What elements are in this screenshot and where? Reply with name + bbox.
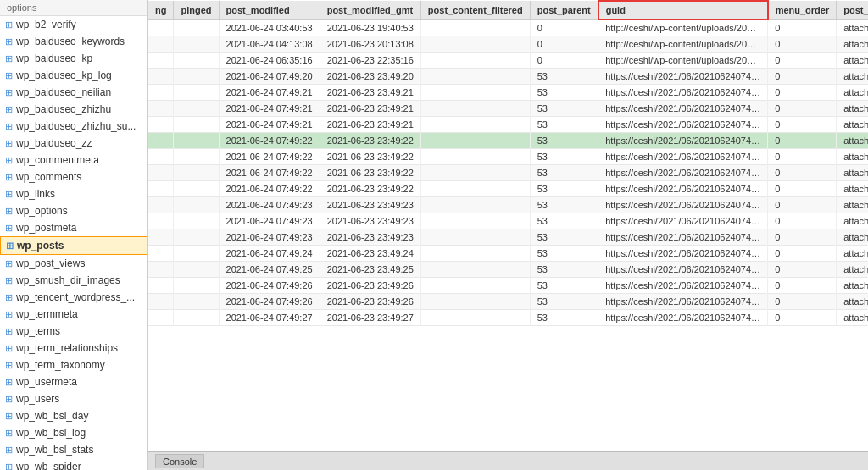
sidebar-item-21[interactable]: ⊞wp_usermeta bbox=[0, 373, 147, 390]
cell-guid: http://ceshi/wp-content/uploads/2021/06/… bbox=[598, 19, 768, 36]
sidebar-item-5[interactable]: ⊞wp_baiduseo_zhizhu bbox=[0, 101, 147, 118]
col-header-post_type[interactable]: post_type bbox=[837, 1, 868, 19]
cell-post_content_filtered bbox=[420, 133, 530, 149]
cell-ng bbox=[148, 149, 174, 165]
col-header-ng[interactable]: ng bbox=[148, 1, 174, 19]
cell-ng bbox=[148, 133, 174, 149]
sidebar-item-15[interactable]: ⊞wp_smush_dir_images bbox=[0, 272, 147, 289]
sidebar-item-label: wp_term_relationships bbox=[16, 342, 118, 354]
table-container[interactable]: ngpingedpost_modifiedpost_modified_gmtpo… bbox=[148, 0, 868, 451]
col-header-menu_order[interactable]: menu_order bbox=[768, 1, 837, 19]
sidebar-item-14[interactable]: ⊞wp_post_views bbox=[0, 255, 147, 272]
col-header-post_modified_gmt[interactable]: post_modified_gmt bbox=[320, 1, 420, 19]
col-header-pinged[interactable]: pinged bbox=[174, 1, 219, 19]
table-row[interactable]: 2021-06-24 07:49:202021-06-23 23:49:2053… bbox=[148, 69, 868, 85]
sidebar-item-24[interactable]: ⊞wp_wb_bsl_log bbox=[0, 424, 147, 441]
sidebar-item-7[interactable]: ⊞wp_baiduseo_zz bbox=[0, 135, 147, 152]
sidebar-item-4[interactable]: ⊞wp_baiduseo_neilian bbox=[0, 84, 147, 101]
cell-post_type: attachment bbox=[837, 213, 868, 229]
cell-post_type: attachment bbox=[837, 101, 868, 117]
cell-guid: https://ceshi/2021/06/20210624074922431.… bbox=[598, 197, 768, 213]
cell-guid: https://ceshi/2021/06/20210624074922399.… bbox=[598, 165, 768, 181]
cell-post_modified_gmt: 2021-06-23 19:40:53 bbox=[320, 19, 420, 36]
cell-post_parent: 53 bbox=[530, 101, 598, 117]
sidebar-item-12[interactable]: ⊞wp_postmeta bbox=[0, 219, 147, 236]
table-icon: ⊞ bbox=[5, 19, 13, 30]
table-row[interactable]: 2021-06-24 07:49:242021-06-23 23:49:2453… bbox=[148, 246, 868, 262]
table-row[interactable]: 2021-06-24 07:49:212021-06-23 23:49:2153… bbox=[148, 117, 868, 133]
sidebar-item-label: wp_baiduseo_kp bbox=[16, 53, 92, 64]
cell-post_content_filtered bbox=[420, 181, 530, 197]
table-row[interactable]: 2021-06-24 07:49:212021-06-23 23:49:2153… bbox=[148, 101, 868, 117]
table-row[interactable]: 2021-06-24 07:49:272021-06-23 23:49:2753… bbox=[148, 310, 868, 326]
cell-pinged bbox=[174, 117, 219, 133]
col-header-post_modified[interactable]: post_modified bbox=[219, 1, 320, 19]
sidebar-item-label: wp_users bbox=[16, 393, 59, 405]
cell-menu_order: 0 bbox=[768, 85, 837, 101]
table-row[interactable]: 2021-06-24 07:49:262021-06-23 23:49:2653… bbox=[148, 294, 868, 310]
console-tab[interactable]: Console bbox=[155, 454, 204, 468]
sidebar-item-26[interactable]: ⊞wp_wb_spider bbox=[0, 458, 147, 470]
cell-pinged bbox=[174, 149, 219, 165]
table-row[interactable]: 2021-06-24 07:49:222021-06-23 23:49:2253… bbox=[148, 181, 868, 197]
table-row[interactable]: 2021-06-24 07:49:262021-06-23 23:49:2653… bbox=[148, 278, 868, 294]
table-row[interactable]: 2021-06-24 07:49:212021-06-23 23:49:2153… bbox=[148, 85, 868, 101]
cell-menu_order: 0 bbox=[768, 117, 837, 133]
sidebar-item-6[interactable]: ⊞wp_baiduseo_zhizhu_su... bbox=[0, 118, 147, 135]
cell-post_modified: 2021-06-24 07:49:22 bbox=[219, 133, 320, 149]
sidebar-item-1[interactable]: ⊞wp_baiduseo_keywords bbox=[0, 33, 147, 50]
sidebar-item-2[interactable]: ⊞wp_baiduseo_kp bbox=[0, 50, 147, 67]
cell-post_parent: 53 bbox=[530, 229, 598, 246]
sidebar-item-0[interactable]: ⊞wp_b2_verify bbox=[0, 16, 147, 33]
cell-post_modified_gmt: 2021-06-23 23:49:23 bbox=[320, 213, 420, 229]
table-row[interactable]: 2021-06-24 07:49:252021-06-23 23:49:2553… bbox=[148, 262, 868, 278]
sidebar-item-20[interactable]: ⊞wp_term_taxonomy bbox=[0, 357, 147, 373]
cell-post_content_filtered bbox=[420, 294, 530, 310]
cell-ng bbox=[148, 213, 174, 229]
sidebar-item-10[interactable]: ⊞wp_links bbox=[0, 185, 147, 202]
sidebar-item-8[interactable]: ⊞wp_commentmeta bbox=[0, 152, 147, 169]
sidebar-item-25[interactable]: ⊞wp_wb_bsl_stats bbox=[0, 441, 147, 458]
sidebar-item-19[interactable]: ⊞wp_term_relationships bbox=[0, 340, 147, 357]
cell-post_content_filtered bbox=[420, 262, 530, 278]
cell-guid: https://ceshi/2021/06/20210624074921756.… bbox=[598, 85, 768, 101]
table-icon: ⊞ bbox=[5, 172, 13, 183]
table-row[interactable]: 2021-06-24 07:49:232021-06-23 23:49:2353… bbox=[148, 213, 868, 229]
cell-post_modified_gmt: 2021-06-23 23:49:26 bbox=[320, 294, 420, 310]
cell-pinged bbox=[174, 101, 219, 117]
sidebar-item-3[interactable]: ⊞wp_baiduseo_kp_log bbox=[0, 67, 147, 84]
table-row[interactable]: 2021-06-24 07:49:222021-06-23 23:49:2253… bbox=[148, 149, 868, 165]
table-row[interactable]: 2021-06-24 07:49:222021-06-23 23:49:2253… bbox=[148, 133, 868, 149]
cell-ng bbox=[148, 165, 174, 181]
col-header-guid[interactable]: guid bbox=[598, 1, 768, 19]
cell-post_modified: 2021-06-24 04:13:08 bbox=[219, 36, 320, 53]
col-header-post_parent[interactable]: post_parent bbox=[530, 1, 598, 19]
cell-pinged bbox=[174, 53, 219, 69]
table-icon: ⊞ bbox=[5, 275, 13, 286]
table-icon: ⊞ bbox=[5, 70, 13, 81]
table-row[interactable]: 2021-06-24 07:49:232021-06-23 23:49:2353… bbox=[148, 197, 868, 213]
sidebar-item-11[interactable]: ⊞wp_options bbox=[0, 202, 147, 219]
sidebar-item-label: wp_wb_bsl_stats bbox=[16, 444, 93, 456]
sidebar-item-9[interactable]: ⊞wp_comments bbox=[0, 169, 147, 185]
col-header-post_content_filtered[interactable]: post_content_filtered bbox=[420, 1, 530, 19]
cell-post_modified_gmt: 2021-06-23 23:49:21 bbox=[320, 85, 420, 101]
cell-post_type: attachment bbox=[837, 262, 868, 278]
sidebar-item-13[interactable]: ⊞wp_posts bbox=[0, 236, 147, 255]
cell-ng bbox=[148, 262, 174, 278]
sidebar-item-16[interactable]: ⊞wp_tencent_wordpress_... bbox=[0, 289, 147, 306]
cell-post_modified: 2021-06-24 06:35:16 bbox=[219, 53, 320, 69]
table-icon: ⊞ bbox=[5, 223, 13, 234]
sidebar-item-17[interactable]: ⊞wp_termmeta bbox=[0, 306, 147, 323]
cell-post_parent: 0 bbox=[530, 19, 598, 36]
table-row[interactable]: 2021-06-24 04:13:082021-06-23 20:13:080h… bbox=[148, 36, 868, 53]
table-row[interactable]: 2021-06-24 07:49:222021-06-23 23:49:2253… bbox=[148, 165, 868, 181]
sidebar-item-18[interactable]: ⊞wp_terms bbox=[0, 323, 147, 340]
sidebar-item-label: wp_options bbox=[16, 205, 68, 217]
table-row[interactable]: 2021-06-24 06:35:162021-06-23 22:35:160h… bbox=[148, 53, 868, 69]
table-row[interactable]: 2021-06-24 03:40:532021-06-23 19:40:530h… bbox=[148, 19, 868, 36]
table-row[interactable]: 2021-06-24 07:49:232021-06-23 23:49:2353… bbox=[148, 229, 868, 246]
cell-post_type: attachment bbox=[837, 85, 868, 101]
sidebar-item-23[interactable]: ⊞wp_wb_bsl_day bbox=[0, 407, 147, 424]
sidebar-item-22[interactable]: ⊞wp_users bbox=[0, 390, 147, 407]
